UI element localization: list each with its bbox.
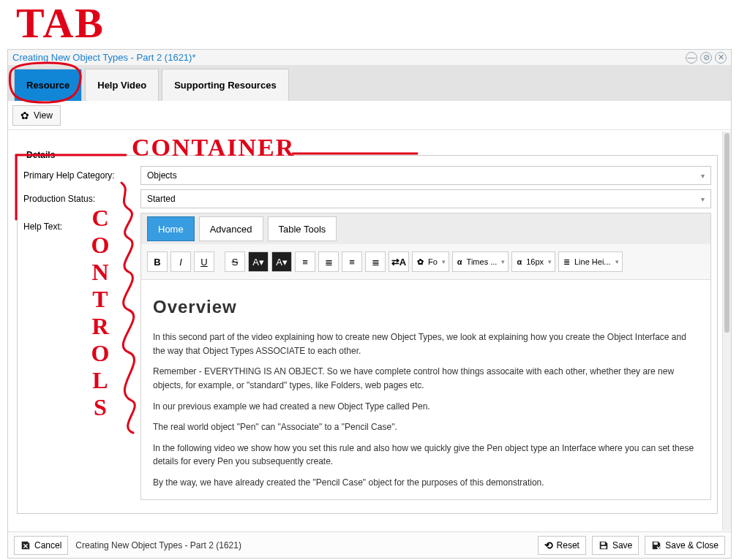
font-size-dropdown[interactable]: α16px▾ bbox=[511, 251, 555, 272]
content-area: Details Primary Help Category: Objects ▾… bbox=[8, 131, 731, 531]
italic-button[interactable]: I bbox=[170, 251, 191, 272]
save-button[interactable]: Save bbox=[592, 536, 639, 555]
font-family-dropdown[interactable]: α Times ...▾ bbox=[452, 251, 509, 272]
forecolor-button[interactable]: A▾ bbox=[248, 251, 269, 272]
save-icon bbox=[599, 540, 609, 550]
strikethrough-button[interactable]: S bbox=[225, 251, 245, 272]
cancel-button[interactable]: Cancel bbox=[14, 536, 68, 555]
tab-help-video[interactable]: Help Video bbox=[85, 69, 159, 101]
align-right-button[interactable]: ≡ bbox=[342, 251, 362, 272]
content-paragraph: In our previous example we had created a… bbox=[153, 400, 699, 414]
content-subheading: Interface bbox=[153, 497, 699, 499]
footer-bar: Cancel Creating New Object Types - Part … bbox=[8, 531, 731, 558]
chevron-down-icon: ▾ bbox=[501, 258, 505, 265]
content-paragraph: By the way, we have already created the … bbox=[153, 476, 699, 490]
row-production-status: Production Status: Started ▾ bbox=[23, 189, 711, 208]
vertical-scrollbar[interactable] bbox=[722, 132, 731, 531]
editor-content[interactable]: Overview In this second part of the vide… bbox=[141, 280, 710, 499]
bold-button[interactable]: B bbox=[147, 251, 168, 272]
editor-tab-home[interactable]: Home bbox=[147, 216, 195, 241]
tab-label: Resource bbox=[26, 80, 70, 91]
chevron-down-icon: ▾ bbox=[615, 258, 619, 265]
select-primary-help-category[interactable]: Objects ▾ bbox=[140, 166, 711, 185]
view-button[interactable]: ✿ View bbox=[12, 105, 61, 126]
label-help-text: Help Text: bbox=[23, 213, 140, 232]
chevron-down-icon: ▾ bbox=[701, 172, 705, 180]
gear-icon: ✿ bbox=[20, 110, 29, 121]
editor-tab-advanced[interactable]: Advanced bbox=[199, 216, 263, 241]
format-dropdown[interactable]: ✿Fo▾ bbox=[412, 251, 449, 272]
label-primary-help-category: Primary Help Category: bbox=[23, 170, 140, 181]
select-value: Objects bbox=[147, 170, 177, 181]
editor-ribbon: B I U S A▾ A▾ ≡ ≣ ≡ ≣ ⇄A ✿Fo▾ bbox=[141, 244, 710, 280]
dropdown-label: Times ... bbox=[467, 257, 498, 266]
content-paragraph: In the following video we show how you s… bbox=[153, 442, 699, 469]
alpha-icon: α bbox=[457, 257, 462, 266]
tab-label: Help Video bbox=[97, 80, 146, 91]
align-justify-button[interactable]: ≣ bbox=[365, 251, 386, 272]
row-help-text: Help Text: Home Advanced Table Tools B I… bbox=[23, 213, 711, 500]
underline-button[interactable]: U bbox=[194, 251, 214, 272]
cancel-icon bbox=[20, 540, 31, 550]
label-production-status: Production Status: bbox=[23, 194, 140, 204]
footer-path: Creating New Object Types - Part 2 (1621… bbox=[75, 540, 241, 550]
dropdown-label: Line Hei... bbox=[574, 257, 611, 266]
annotation-tab: TAB bbox=[16, 0, 105, 48]
line-height-dropdown[interactable]: ≣ Line Hei...▾ bbox=[558, 251, 623, 272]
line-height-icon: ≣ bbox=[563, 257, 570, 267]
tab-label: Supporting Resources bbox=[174, 80, 276, 91]
select-value: Started bbox=[147, 194, 176, 204]
chevron-down-icon: ▾ bbox=[701, 195, 705, 203]
content-heading: Overview bbox=[153, 293, 699, 320]
dropdown-label: 16px bbox=[526, 257, 544, 266]
svg-rect-0 bbox=[601, 542, 604, 545]
editor-tabstrip: Home Advanced Table Tools bbox=[141, 213, 710, 244]
window-controls: — ⊘ ✕ bbox=[686, 52, 727, 64]
editor-tab-table-tools[interactable]: Table Tools bbox=[268, 216, 337, 241]
chevron-down-icon: ▾ bbox=[442, 258, 446, 265]
save-close-button[interactable]: Save & Close bbox=[645, 536, 725, 555]
button-label: Cancel bbox=[34, 540, 61, 550]
content-paragraph: In this second part of the video explain… bbox=[153, 330, 699, 357]
editor-window: Creating New Object Types - Part 2 (1621… bbox=[7, 49, 732, 559]
content-paragraph: The real world object "Pen" can "Associa… bbox=[153, 420, 699, 434]
refresh-icon: ⟲ bbox=[544, 540, 553, 551]
richtext-editor: Home Advanced Table Tools B I U S A▾ A▾ … bbox=[140, 213, 711, 500]
details-fieldset: Details Primary Help Category: Objects ▾… bbox=[17, 150, 718, 514]
dropdown-label: Fo bbox=[428, 257, 438, 266]
window-titlebar: Creating New Object Types - Part 2 (1621… bbox=[8, 50, 731, 66]
align-center-button[interactable]: ≣ bbox=[318, 251, 339, 272]
select-production-status[interactable]: Started ▾ bbox=[140, 189, 711, 208]
svg-rect-2 bbox=[654, 542, 658, 545]
save-close-icon bbox=[651, 540, 661, 550]
minimize-icon[interactable]: — bbox=[686, 52, 697, 64]
view-button-label: View bbox=[34, 110, 53, 121]
button-label: Save bbox=[612, 540, 632, 550]
align-left-button[interactable]: ≡ bbox=[295, 251, 315, 272]
reset-button[interactable]: ⟲ Reset bbox=[538, 536, 586, 555]
tab-resource[interactable]: Resource bbox=[14, 69, 82, 101]
svg-rect-1 bbox=[601, 545, 606, 548]
scrollbar-thumb[interactable] bbox=[724, 133, 729, 333]
button-label: Reset bbox=[557, 540, 579, 550]
restore-icon[interactable]: ⊘ bbox=[700, 52, 712, 64]
button-label: Save & Close bbox=[665, 540, 719, 550]
close-icon[interactable]: ✕ bbox=[715, 52, 727, 64]
sub-toolbar: ✿ View bbox=[8, 101, 731, 130]
chevron-down-icon: ▾ bbox=[548, 258, 552, 265]
tab-supporting-resources[interactable]: Supporting Resources bbox=[162, 69, 288, 101]
details-legend: Details bbox=[23, 150, 58, 160]
row-primary-help-category: Primary Help Category: Objects ▾ bbox=[23, 166, 711, 185]
backcolor-button[interactable]: A▾ bbox=[271, 251, 292, 272]
window-title: Creating New Object Types - Part 2 (1621… bbox=[12, 52, 196, 63]
main-tabstrip: Resource Help Video Supporting Resources bbox=[8, 66, 731, 101]
text-direction-button[interactable]: ⇄A bbox=[389, 251, 409, 272]
content-paragraph: Remember - EVERYTHING IS AN OBJECT. So w… bbox=[153, 365, 699, 392]
